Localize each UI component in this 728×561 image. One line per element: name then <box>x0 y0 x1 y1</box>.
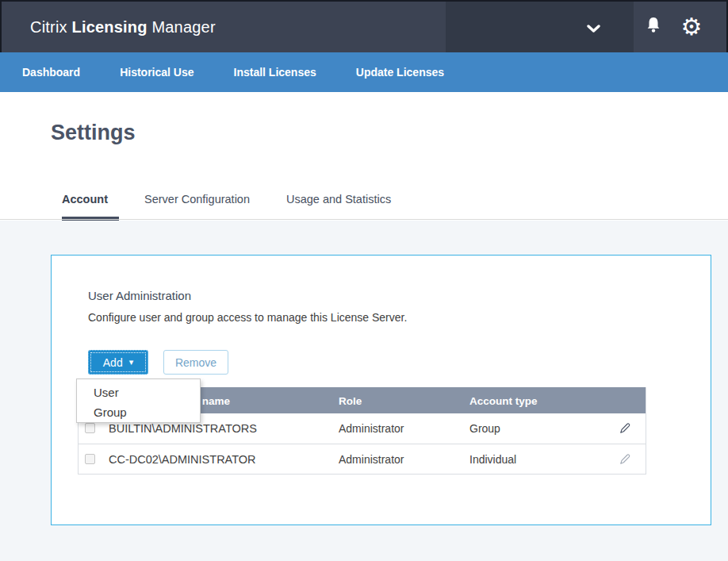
nav-item-install-licenses[interactable]: Install Licenses <box>234 66 316 79</box>
app-title-suffix: Manager <box>148 18 216 36</box>
chevron-down-icon[interactable] <box>587 22 600 37</box>
notifications-button[interactable] <box>634 2 672 52</box>
cell-account-name: CC-DC02\ADMINISTRATOR <box>109 453 256 466</box>
caret-down-icon: ▾ <box>129 358 134 367</box>
settings-tabbar: Account Server Configuration Usage and S… <box>62 193 402 221</box>
main-nav: Dashboard Historical Use Install License… <box>0 52 728 92</box>
remove-button-label: Remove <box>175 356 216 369</box>
add-button-label: Add <box>103 356 123 369</box>
cell-account-name: BUILTIN\ADMINISTRATORS <box>109 422 257 435</box>
cell-account-type: Individual <box>469 453 516 466</box>
app-header: Citrix Licensing Manager ⚙ <box>0 0 728 52</box>
nav-item-update-licenses[interactable]: Update Licenses <box>356 66 444 79</box>
edit-button[interactable] <box>616 420 634 437</box>
column-header-account-type: Account type <box>469 394 538 406</box>
cell-account-type: Group <box>469 422 500 435</box>
table-row: CC-DC02\ADMINISTRATOR Administrator Indi… <box>79 444 646 474</box>
app-title: Citrix Licensing Manager <box>30 18 216 37</box>
bell-icon <box>645 16 662 38</box>
settings-button[interactable]: ⚙ <box>672 2 711 52</box>
tab-divider <box>0 219 728 220</box>
menu-item-user[interactable]: User <box>77 382 200 402</box>
cell-role: Administrator <box>339 453 404 466</box>
tab-server-configuration[interactable]: Server Configuration <box>144 193 261 221</box>
tab-account[interactable]: Account <box>62 193 119 221</box>
cell-role: Administrator <box>339 422 404 435</box>
edit-button[interactable] <box>616 451 634 468</box>
row-checkbox[interactable] <box>85 423 95 433</box>
pencil-icon <box>618 421 632 436</box>
page-title: Settings <box>51 121 136 145</box>
add-dropdown-menu: User Group <box>76 378 201 423</box>
user-menu-button[interactable] <box>446 2 634 52</box>
tab-usage-and-statistics[interactable]: Usage and Statistics <box>286 193 402 221</box>
app-title-bold: Licensing <box>72 18 148 36</box>
card-description: Configure user and group access to manag… <box>88 311 407 324</box>
gear-icon: ⚙ <box>681 15 703 39</box>
card-title: User Administration <box>88 289 191 302</box>
nav-item-historical-use[interactable]: Historical Use <box>120 66 193 79</box>
remove-button[interactable]: Remove <box>163 350 228 375</box>
menu-item-group[interactable]: Group <box>77 402 200 422</box>
nav-item-dashboard[interactable]: Dashboard <box>22 66 80 79</box>
row-checkbox[interactable] <box>85 454 95 464</box>
column-header-role: Role <box>339 394 362 406</box>
add-button[interactable]: Add ▾ <box>88 350 148 375</box>
pencil-icon <box>618 452 632 467</box>
app-title-prefix: Citrix <box>30 18 72 36</box>
